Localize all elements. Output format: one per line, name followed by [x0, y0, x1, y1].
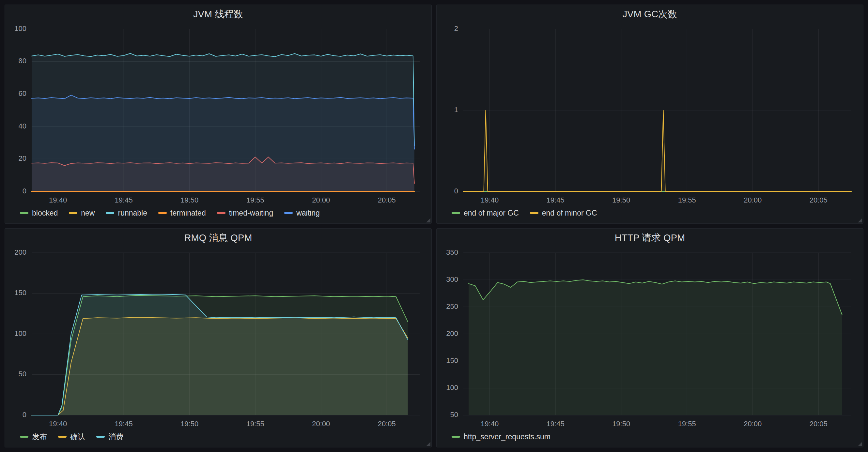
x-tick-label: 19:55	[246, 196, 264, 204]
legend-item-确认[interactable]: 确认	[58, 432, 85, 442]
series-line-end of minor GC	[463, 110, 851, 191]
x-tick-label: 20:00	[744, 420, 762, 428]
legend-swatch	[20, 212, 28, 214]
chart-jvm-threads[interactable]: 02040608010019:4019:4519:5019:5520:0020:…	[8, 24, 428, 208]
legend-label: blocked	[32, 209, 58, 218]
y-tick-label: 60	[19, 89, 26, 98]
legend-item-http-server-requests-sum[interactable]: http_server_requests.sum	[452, 432, 551, 441]
y-tick-label: 40	[19, 122, 26, 130]
legend-label: 确认	[70, 432, 85, 442]
legend: http_server_requests.sum	[437, 431, 863, 447]
x-tick-label: 19:40	[480, 420, 499, 428]
legend-item-消费[interactable]: 消费	[96, 432, 123, 442]
legend-swatch	[284, 212, 293, 214]
legend-item-runnable[interactable]: runnable	[106, 209, 147, 218]
x-tick-label: 20:00	[744, 196, 762, 204]
legend-swatch	[217, 212, 225, 214]
x-tick-label: 20:05	[378, 196, 396, 204]
legend-label: new	[81, 209, 95, 218]
legend-swatch	[530, 212, 538, 214]
x-tick-label: 19:50	[181, 420, 198, 428]
legend-swatch	[96, 436, 105, 438]
y-tick-label: 0	[23, 411, 26, 419]
y-tick-label: 200	[14, 248, 26, 256]
legend-item-end-of-minor-gc[interactable]: end of minor GC	[530, 209, 597, 218]
dashboard: JVM 线程数 02040608010019:4019:4519:5019:55…	[0, 0, 868, 452]
x-tick-label: 19:50	[181, 196, 198, 204]
legend-swatch	[158, 212, 167, 214]
y-tick-label: 1	[454, 106, 458, 114]
legend-label: end of major GC	[464, 209, 519, 218]
x-tick-label: 20:00	[312, 196, 330, 204]
y-tick-label: 20	[19, 154, 26, 162]
panel-resize-handle[interactable]	[858, 218, 862, 222]
legend-swatch	[58, 436, 67, 438]
panel-title[interactable]: JVM GC次数	[437, 5, 863, 24]
legend-swatch	[452, 212, 460, 214]
panel-resize-handle[interactable]	[426, 218, 430, 222]
y-tick-label: 200	[446, 329, 458, 337]
panel-title[interactable]: HTTP 请求 QPM	[437, 229, 863, 248]
legend-item-end-of-major-gc[interactable]: end of major GC	[452, 209, 519, 218]
y-tick-label: 150	[446, 356, 458, 365]
legend-swatch	[69, 212, 78, 214]
chart-rmq-qpm[interactable]: 05010015020019:4019:4519:5019:5520:0020:…	[8, 248, 428, 431]
y-tick-label: 100	[14, 329, 26, 337]
legend: end of major GCend of minor GC	[437, 208, 863, 223]
y-tick-label: 150	[14, 289, 26, 297]
x-tick-label: 19:50	[612, 196, 630, 204]
y-tick-label: 100	[446, 384, 458, 392]
y-tick-label: 100	[14, 25, 26, 33]
legend-item-waiting[interactable]: waiting	[284, 209, 320, 218]
legend-label: 发布	[32, 432, 47, 442]
panel-resize-handle[interactable]	[858, 442, 862, 446]
legend-label: http_server_requests.sum	[464, 432, 551, 441]
y-tick-label: 50	[19, 370, 26, 378]
y-tick-label: 50	[450, 411, 458, 419]
legend-swatch	[452, 436, 460, 438]
legend-swatch	[106, 212, 114, 214]
x-tick-label: 20:05	[810, 420, 828, 428]
chart-area: 05010015020019:4019:4519:5019:5520:0020:…	[5, 248, 431, 431]
legend: blockednewrunnableterminatedtimed-waitin…	[5, 208, 431, 223]
legend-label: terminated	[170, 209, 206, 218]
chart-http-qpm[interactable]: 5010015020025030035019:4019:4519:5019:55…	[440, 248, 860, 431]
legend-item-timed-waiting[interactable]: timed-waiting	[217, 209, 274, 218]
y-tick-label: 0	[454, 187, 458, 195]
legend-item-blocked[interactable]: blocked	[20, 209, 58, 218]
panel-title[interactable]: JVM 线程数	[5, 5, 431, 24]
y-tick-label: 300	[446, 275, 458, 283]
chart-area: 01219:4019:4519:5019:5520:0020:05	[437, 24, 863, 208]
x-tick-label: 20:00	[312, 420, 330, 428]
y-tick-label: 350	[446, 248, 458, 256]
legend-label: 消费	[108, 432, 123, 442]
chart-area: 5010015020025030035019:4019:4519:5019:55…	[437, 248, 863, 431]
panel-title[interactable]: RMQ 消息 QPM	[5, 229, 431, 248]
panel-rmq-qpm: RMQ 消息 QPM 05010015020019:4019:4519:5019…	[5, 228, 432, 447]
chart-area: 02040608010019:4019:4519:5019:5520:0020:…	[5, 24, 431, 208]
legend-item-发布[interactable]: 发布	[20, 432, 47, 442]
x-tick-label: 19:40	[49, 420, 67, 428]
x-tick-label: 19:45	[115, 420, 133, 428]
panel-http-qpm: HTTP 请求 QPM 5010015020025030035019:4019:…	[436, 228, 863, 447]
y-tick-label: 2	[454, 25, 458, 33]
legend-label: runnable	[118, 209, 147, 218]
chart-jvm-gc[interactable]: 01219:4019:4519:5019:5520:0020:05	[440, 24, 860, 208]
x-tick-label: 19:55	[678, 196, 696, 204]
legend-item-new[interactable]: new	[69, 209, 95, 218]
legend-item-terminated[interactable]: terminated	[158, 209, 206, 218]
panel-resize-handle[interactable]	[426, 442, 430, 446]
x-tick-label: 19:45	[547, 196, 564, 204]
x-tick-label: 19:55	[678, 420, 696, 428]
legend: 发布确认消费	[5, 431, 431, 447]
y-tick-label: 0	[23, 187, 26, 195]
x-tick-label: 19:45	[115, 196, 133, 204]
y-tick-label: 80	[19, 57, 26, 65]
series-area-http_server_requests.sum	[469, 280, 842, 415]
x-tick-label: 19:40	[480, 196, 499, 204]
panel-jvm-threads: JVM 线程数 02040608010019:4019:4519:5019:55…	[5, 5, 432, 224]
legend-label: waiting	[296, 209, 320, 218]
series-area-waiting	[32, 95, 414, 191]
panel-jvm-gc: JVM GC次数 01219:4019:4519:5019:5520:0020:…	[436, 5, 863, 224]
x-tick-label: 19:50	[612, 420, 630, 428]
